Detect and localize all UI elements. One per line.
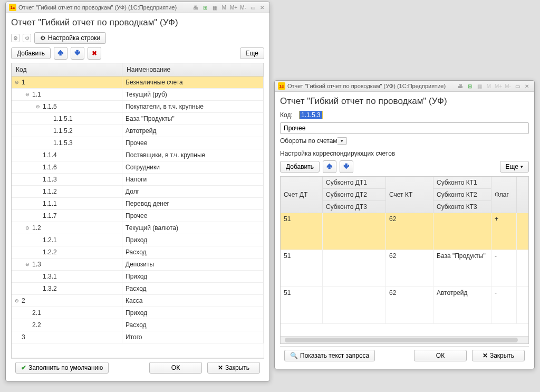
grid-cell: База "Продукты" (433, 250, 491, 286)
tree-row[interactable]: 2.2Расход (12, 319, 264, 331)
tree-code-cell: 3 (12, 331, 122, 343)
check-icon: ✔ (21, 364, 26, 371)
tree-name-cell: Касса (122, 295, 264, 307)
tree-row[interactable]: 1.1.5.3Прочее (12, 137, 264, 149)
fill-default-button[interactable]: ✔ Заполнить по умолчанию (15, 362, 109, 374)
delete-button[interactable]: ✖ (88, 47, 101, 60)
tree-row[interactable]: 1.2.2Расход (12, 246, 264, 259)
grid-icon[interactable]: ⊞ (466, 82, 474, 90)
show-query-button[interactable]: 🔍 Показать текст запроса (284, 350, 375, 361)
report-type-combo[interactable]: Обороты по счетам ▾ (280, 137, 529, 145)
add-button[interactable]: Добавить (11, 47, 51, 59)
tree-table: Код Наименование ⊖1Безналичные счета⊖1.1… (11, 63, 264, 358)
tree-name-cell: Прочее (122, 137, 264, 149)
close-button[interactable]: ✕ Закрыть (472, 350, 525, 361)
tree-toggle-icon[interactable]: ⊖ (14, 298, 20, 304)
grid-row[interactable]: 5162База "Продукты"- (281, 250, 528, 287)
close-window-icon[interactable]: ✕ (258, 4, 266, 11)
minimize-icon[interactable]: ▭ (248, 4, 257, 11)
tree-row[interactable]: 1.1.6Сотрудники (12, 161, 264, 174)
tree-row[interactable]: ⊖1Безналичные счета (12, 77, 264, 89)
chevron-down-icon: ▾ (520, 164, 523, 169)
tree-code-cell: 1.1.6 (12, 161, 122, 173)
tree-row[interactable]: 1.1.1Перевод денег (12, 198, 264, 210)
close-button[interactable]: ✕ Закрыть (207, 362, 260, 374)
config-icon-1[interactable]: ⚙ (11, 34, 20, 42)
move-up-button[interactable]: 🡹 (54, 47, 68, 60)
ok-button[interactable]: ОК (149, 362, 202, 374)
h-scrollbar[interactable] (281, 336, 528, 343)
tree-name-cell: Прочее (122, 210, 264, 222)
search-icon: 🔍 (290, 352, 298, 359)
more-button[interactable]: Еще (240, 47, 264, 59)
col-skt2[interactable]: Субконто КТ2 (433, 189, 491, 201)
tree-toggle-icon[interactable]: ⊖ (24, 225, 30, 231)
tree-row[interactable]: 2.1Приход (12, 307, 264, 319)
name-row (280, 122, 529, 134)
grid-cell: 62 (386, 250, 433, 286)
tree-row[interactable]: 1.3.1Приход (12, 271, 264, 283)
m-icon[interactable]: M (220, 4, 228, 11)
m-minus-icon[interactable]: M- (239, 4, 247, 11)
tree-row[interactable]: ⊖1.2Текущий (валюта) (12, 222, 264, 234)
grid-icon[interactable]: ⊞ (201, 4, 209, 11)
m-icon[interactable]: M (485, 82, 493, 90)
grid-cell: 51 (281, 287, 323, 323)
print-icon[interactable]: 🖶 (191, 4, 200, 11)
col-dt[interactable]: Счет ДТ (281, 177, 323, 213)
more-button[interactable]: Еще ▾ (500, 161, 529, 173)
col-name[interactable]: Наименование (122, 63, 264, 76)
tree-row[interactable]: 1.3.2Расход (12, 283, 264, 295)
tree-row[interactable]: 1.1.7Прочее (12, 210, 264, 222)
tree-toggle-icon[interactable]: ⊖ (14, 80, 20, 85)
print-icon[interactable]: 🖶 (456, 82, 465, 90)
tree-toggle-icon[interactable]: ⊖ (24, 262, 30, 267)
tree-row[interactable]: 1.1.5.1База "Продукты" (12, 113, 264, 125)
m-plus-icon[interactable]: M+ (229, 4, 238, 11)
add-button[interactable]: Добавить (280, 161, 320, 173)
name-input[interactable] (280, 122, 529, 134)
arrow-up-icon: 🡹 (326, 163, 333, 170)
tree-row[interactable]: 1.2.1Приход (12, 234, 264, 246)
chevron-down-icon[interactable]: ▾ (338, 137, 347, 145)
footer-bar: 🔍 Показать текст запроса ОК ✕ Закрыть (280, 346, 529, 365)
m-minus-icon[interactable]: M- (504, 82, 512, 90)
ok-button[interactable]: ОК (414, 350, 467, 361)
minimize-icon[interactable]: ▭ (513, 82, 522, 90)
row-settings-button[interactable]: ⚙ Настройка строки (34, 32, 106, 44)
tree-row[interactable]: ⊖2Касса (12, 295, 264, 307)
move-up-button[interactable]: 🡹 (323, 160, 336, 173)
config-icon-2[interactable]: ⚙ (23, 34, 31, 42)
move-down-button[interactable]: 🡻 (71, 47, 84, 60)
tree-row[interactable]: 1.1.4Поставщики, в т.ч. крупные (12, 149, 264, 161)
tree-toggle-icon[interactable]: ⊖ (24, 92, 30, 98)
tree-row[interactable]: 1.1.3Налоги (12, 174, 264, 186)
titlebar-icons: 🖶 ⊞ ▦ M M+ M- ▭ ✕ (456, 82, 531, 90)
col-sdk2[interactable]: Субконто ДТ2 (323, 189, 386, 201)
close-window-icon[interactable]: ✕ (523, 82, 531, 90)
grid-row[interactable]: 5162+ (281, 213, 528, 250)
tree-toggle-icon[interactable]: ⊖ (35, 104, 41, 110)
m-plus-icon[interactable]: M+ (494, 82, 503, 90)
tree-row[interactable]: 3Итого (12, 331, 264, 343)
tree-row[interactable]: ⊖1.1Текущий (руб) (12, 89, 264, 101)
tree-row[interactable]: 1.1.5.2Автотрейд (12, 125, 264, 137)
col-kt[interactable]: Счет КТ (386, 177, 433, 213)
calc-icon[interactable]: ▦ (475, 82, 484, 90)
code-input[interactable]: 1.1.5.3 (299, 111, 323, 119)
col-sdk1[interactable]: Субконто ДТ1 (323, 177, 386, 189)
calc-icon[interactable]: ▦ (210, 4, 219, 11)
tree-row[interactable]: ⊖1.1.5Покупатели, в т.ч. крупные (12, 101, 264, 113)
tree-row[interactable]: ⊖1.3Депозиты (12, 259, 264, 271)
col-code[interactable]: Код (12, 63, 122, 76)
move-down-button[interactable]: 🡻 (340, 160, 353, 173)
tree-row[interactable]: 1.1.2Долг (12, 186, 264, 198)
grid-toolbar: Добавить 🡹 🡻 Еще ▾ (280, 160, 529, 173)
tree-name-cell: Приход (122, 271, 264, 282)
grid-row[interactable]: 5162Автотрейд- (281, 287, 528, 324)
col-skt1[interactable]: Субконто КТ1 (433, 177, 491, 189)
col-sdk3[interactable]: Субконто ДТ3 (323, 201, 386, 213)
grid-cell: 51 (281, 250, 323, 286)
col-skt3[interactable]: Субконто КТ3 (433, 201, 491, 213)
col-flag[interactable]: Флаг (491, 177, 517, 213)
